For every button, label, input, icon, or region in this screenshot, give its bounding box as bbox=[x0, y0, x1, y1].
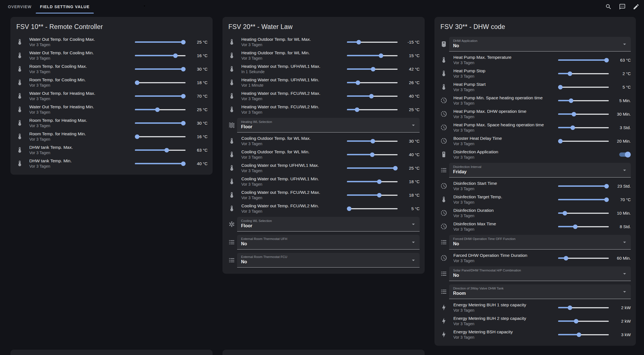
slider[interactable] bbox=[135, 53, 186, 58]
slider[interactable] bbox=[347, 53, 398, 58]
slider[interactable] bbox=[135, 40, 186, 44]
select-field[interactable]: Forced DHW Operation Time OFF FunctionNo bbox=[449, 235, 631, 250]
slider-knob[interactable] bbox=[181, 40, 186, 44]
slider-knob[interactable] bbox=[181, 67, 186, 71]
slider[interactable] bbox=[347, 107, 398, 112]
slider-knob[interactable] bbox=[356, 80, 360, 85]
slider-knob[interactable] bbox=[574, 319, 578, 323]
slider-knob[interactable] bbox=[377, 179, 382, 184]
slider-knob[interactable] bbox=[393, 166, 398, 170]
slider[interactable] bbox=[558, 319, 609, 323]
slider-knob[interactable] bbox=[558, 139, 563, 143]
slider[interactable] bbox=[135, 94, 186, 98]
search-icon[interactable] bbox=[605, 3, 612, 10]
slider-knob[interactable] bbox=[558, 85, 563, 89]
slider[interactable] bbox=[347, 166, 398, 170]
slider[interactable] bbox=[135, 148, 186, 152]
slider-knob[interactable] bbox=[604, 58, 609, 62]
slider[interactable] bbox=[558, 112, 609, 116]
slider[interactable] bbox=[347, 40, 398, 44]
slider-knob[interactable] bbox=[347, 206, 351, 211]
slider-row: Room Temp. for Heating Max.Vor 3 Tagen30… bbox=[15, 116, 208, 130]
slider[interactable] bbox=[558, 224, 609, 229]
slider[interactable] bbox=[347, 67, 398, 71]
edit-icon[interactable] bbox=[633, 3, 639, 10]
slider-knob[interactable] bbox=[371, 67, 375, 71]
slider[interactable] bbox=[558, 58, 609, 62]
slider-knob[interactable] bbox=[135, 134, 139, 139]
setting-last-changed: Vor 3 Tagen bbox=[241, 209, 347, 214]
select-field[interactable]: Heating WL SelectionFloor bbox=[237, 118, 420, 132]
select-field[interactable]: Direction of 3Way Valve DHW TankRoom bbox=[449, 284, 631, 299]
slider[interactable] bbox=[558, 256, 609, 260]
tab-overview[interactable]: OVERVIEW bbox=[4, 0, 36, 14]
slider[interactable] bbox=[347, 94, 398, 98]
slider-knob[interactable] bbox=[563, 211, 567, 215]
setting-label: Energy Metering BUH 2 step capacity bbox=[453, 316, 558, 321]
setting-label: Disinfection Max Time bbox=[453, 221, 558, 226]
slider[interactable] bbox=[135, 121, 186, 125]
slider-knob[interactable] bbox=[568, 71, 572, 76]
slider-knob[interactable] bbox=[355, 107, 359, 112]
slider-knob[interactable] bbox=[181, 121, 186, 125]
slider[interactable] bbox=[558, 197, 609, 202]
setting-texts: Water Out Temp. for Heating Min.Vor 3 Ta… bbox=[29, 104, 135, 115]
setting-value: 16 °C bbox=[189, 53, 208, 58]
slider-knob[interactable] bbox=[377, 193, 382, 197]
slider[interactable] bbox=[558, 85, 609, 89]
toggle-switch[interactable] bbox=[619, 151, 631, 158]
slider[interactable] bbox=[135, 134, 186, 139]
select-field[interactable]: External Room Thermostat UFHNo bbox=[237, 235, 420, 250]
slider-knob[interactable] bbox=[571, 125, 575, 130]
assist-icon[interactable] bbox=[619, 3, 626, 10]
slider[interactable] bbox=[347, 139, 398, 143]
slider-knob[interactable] bbox=[371, 139, 375, 143]
slider-knob[interactable] bbox=[573, 224, 578, 229]
slider[interactable] bbox=[347, 193, 398, 197]
slider[interactable] bbox=[558, 211, 609, 215]
select-field[interactable]: External Room Thermostat FCUNo bbox=[237, 253, 420, 268]
slider[interactable] bbox=[135, 107, 186, 112]
slider[interactable] bbox=[135, 161, 186, 166]
slider[interactable] bbox=[347, 179, 398, 184]
slider[interactable] bbox=[558, 184, 609, 188]
select-field[interactable]: Cooling WL SelectionFloor bbox=[237, 217, 420, 232]
setting-last-changed: Vor 3 Tagen bbox=[453, 128, 558, 133]
slider[interactable] bbox=[558, 305, 609, 310]
slider[interactable] bbox=[558, 125, 609, 130]
slider-knob[interactable] bbox=[604, 184, 609, 188]
slider-knob[interactable] bbox=[173, 53, 178, 58]
slider[interactable] bbox=[347, 80, 398, 85]
slider-knob[interactable] bbox=[369, 94, 374, 98]
setting-value: 25 °C bbox=[401, 166, 420, 170]
slider-knob[interactable] bbox=[379, 53, 383, 58]
slider[interactable] bbox=[558, 139, 609, 143]
slider-knob[interactable] bbox=[135, 80, 139, 85]
setting-value: 2 kW bbox=[612, 319, 631, 323]
slider-knob[interactable] bbox=[569, 98, 573, 103]
slider-knob[interactable] bbox=[568, 305, 572, 310]
slider-knob[interactable] bbox=[577, 332, 581, 337]
slider[interactable] bbox=[135, 67, 186, 71]
slider[interactable] bbox=[347, 206, 398, 211]
tab-field-setting-value[interactable]: FIELD SETTING VALUE bbox=[36, 0, 94, 14]
slider[interactable] bbox=[558, 71, 609, 76]
select-field[interactable]: Disinfection IntervalFriday bbox=[449, 163, 631, 178]
select-field[interactable]: DHW ApplicationNo bbox=[449, 37, 631, 51]
slider-knob[interactable] bbox=[370, 152, 375, 157]
slider[interactable] bbox=[558, 98, 609, 103]
setting-texts: Heat Pump Min. Space heating operation t… bbox=[453, 95, 558, 106]
slider-knob[interactable] bbox=[164, 148, 169, 152]
slider[interactable] bbox=[347, 152, 398, 157]
slider-knob[interactable] bbox=[604, 197, 609, 202]
select-field[interactable]: Solar Panel/DHW Thermostat H/P Combinati… bbox=[449, 266, 631, 281]
slider-knob[interactable] bbox=[155, 107, 160, 112]
slider-knob[interactable] bbox=[356, 40, 361, 44]
slider-knob[interactable] bbox=[181, 94, 186, 98]
slider-knob[interactable] bbox=[572, 112, 576, 116]
slider-knob[interactable] bbox=[181, 161, 186, 166]
slider[interactable] bbox=[135, 80, 186, 85]
setting-texts: Heat Pump StartVor 3 Tagen bbox=[453, 82, 558, 92]
slider[interactable] bbox=[558, 332, 609, 337]
slider-knob[interactable] bbox=[564, 256, 568, 260]
